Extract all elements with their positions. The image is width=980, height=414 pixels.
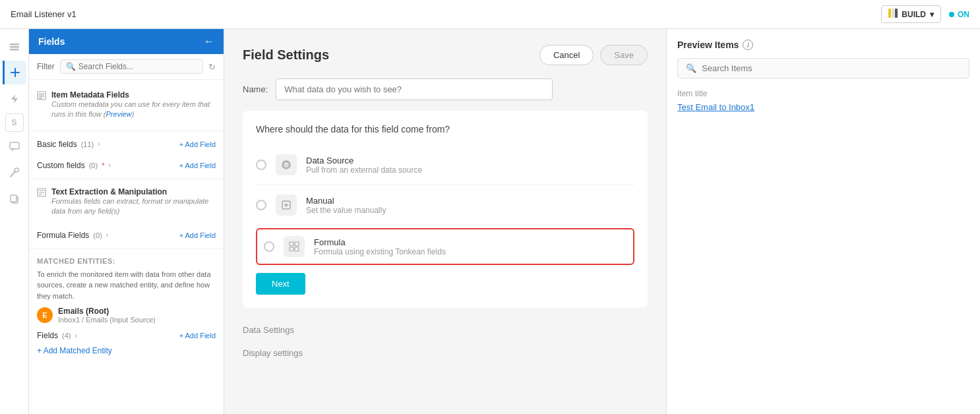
field-settings-header: Field Settings Cancel Save bbox=[243, 45, 648, 65]
sidebar-item-wrench[interactable] bbox=[3, 161, 26, 185]
name-input[interactable] bbox=[276, 78, 553, 100]
formula-radio[interactable] bbox=[264, 241, 274, 252]
basic-fields-label: Basic fields bbox=[37, 140, 77, 149]
svg-rect-17 bbox=[39, 98, 42, 99]
build-dropdown[interactable]: BUILD ▾ bbox=[881, 5, 941, 23]
svg-rect-16 bbox=[39, 96, 44, 97]
status-dot bbox=[949, 12, 954, 17]
fields-panel: Fields ← Filter 🔍 ↻ bbox=[29, 29, 224, 414]
svg-rect-3 bbox=[10, 44, 19, 45]
info-icon[interactable]: i bbox=[743, 40, 753, 50]
data-source-radio[interactable] bbox=[256, 160, 266, 170]
sidebar-item-s[interactable]: S bbox=[5, 113, 24, 132]
field-settings-title: Field Settings bbox=[243, 47, 329, 63]
formula-fields-group: Formula Fields (0) › + Add Field bbox=[29, 225, 224, 246]
add-matched-entity-btn[interactable]: + Add Matched Entity bbox=[37, 343, 216, 358]
build-stripe-icon bbox=[888, 9, 898, 20]
data-source-text: Data Source Pull from an external data s… bbox=[306, 156, 634, 175]
custom-fields-row[interactable]: Custom fields (0) * › + Add Field bbox=[37, 158, 216, 173]
manual-option[interactable]: Manual Set the value manually bbox=[256, 188, 634, 222]
field-settings-area: Field Settings Cancel Save Name: Where s… bbox=[224, 29, 666, 414]
formula-fields-row[interactable]: Formula Fields (0) › + Add Field bbox=[37, 227, 216, 243]
source-question: Where should the data for this field com… bbox=[256, 124, 634, 134]
sidebar-item-layers[interactable] bbox=[3, 34, 26, 58]
data-source-title: Data Source bbox=[306, 156, 634, 165]
fields-panel-header: Fields ← bbox=[29, 29, 224, 54]
svg-rect-5 bbox=[10, 49, 19, 51]
data-source-desc: Pull from an external data source bbox=[306, 165, 634, 175]
save-button[interactable]: Save bbox=[600, 45, 648, 65]
svg-rect-30 bbox=[295, 247, 299, 251]
search-fields-wrapper: 🔍 bbox=[60, 59, 203, 74]
fields-panel-header-left: Fields bbox=[38, 36, 65, 47]
manual-radio[interactable] bbox=[256, 200, 266, 210]
text-extraction-title: Text Extraction & Manipulation bbox=[51, 187, 216, 196]
search-items-input[interactable] bbox=[702, 63, 961, 73]
formula-fields-chevron-icon: › bbox=[106, 231, 108, 239]
preview-title-text: Preview Items bbox=[677, 40, 739, 50]
custom-fields-label: Custom fields bbox=[37, 161, 85, 170]
entity-name: Emails (Root) bbox=[58, 307, 216, 316]
svg-rect-29 bbox=[290, 247, 293, 251]
data-settings-label[interactable]: Data Settings bbox=[243, 325, 294, 335]
formula-option[interactable]: Formula Formula using existing Tonkean f… bbox=[256, 228, 634, 265]
entity-sub: Inbox1 / Emails (Input Source) bbox=[58, 316, 216, 324]
text-extraction-header: Text Extraction & Manipulation Formulas … bbox=[37, 187, 216, 217]
preview-panel: Preview Items i 🔍 Item title Test Email … bbox=[666, 29, 980, 414]
entity-fields-count: (4) bbox=[62, 332, 71, 340]
refresh-icon[interactable]: ↻ bbox=[208, 62, 216, 72]
svg-rect-0 bbox=[888, 9, 891, 18]
formula-fields-add-btn[interactable]: + Add Field bbox=[179, 231, 216, 239]
build-label: BUILD bbox=[902, 10, 926, 19]
item-metadata-section: Item Metadata Fields Custom metadata you… bbox=[29, 85, 224, 128]
entity-fields-left: Fields (4) › bbox=[37, 331, 77, 340]
search-items-wrapper: 🔍 bbox=[677, 58, 969, 78]
top-bar: Email Listener v1 BUILD ▾ ON bbox=[0, 0, 980, 29]
custom-fields-chevron-icon: › bbox=[108, 162, 110, 169]
data-source-icon bbox=[276, 154, 297, 175]
app-layout: S Fields ← Fil bbox=[0, 0, 980, 414]
sidebar-item-chat[interactable] bbox=[3, 134, 26, 158]
formula-title: Formula bbox=[314, 237, 627, 247]
filter-label: Filter bbox=[37, 62, 55, 71]
custom-fields-left: Custom fields (0) * › bbox=[37, 161, 111, 170]
entity-fields-row[interactable]: Fields (4) › + Add Field bbox=[37, 328, 216, 343]
main-content: Field Settings Cancel Save Name: Where s… bbox=[224, 29, 666, 414]
display-settings-label[interactable]: Display settings bbox=[243, 348, 303, 358]
basic-fields-row[interactable]: Basic fields (11) › + Add Field bbox=[37, 136, 216, 152]
svg-marker-8 bbox=[11, 94, 18, 104]
metadata-title: Item Metadata Fields bbox=[51, 90, 216, 100]
preview-item-link[interactable]: Test Email to Inbox1 bbox=[677, 102, 754, 112]
data-source-option[interactable]: Data Source Pull from an external data s… bbox=[256, 148, 634, 182]
basic-fields-left: Basic fields (11) › bbox=[37, 140, 100, 149]
matched-desc: To enrich the monitored item with data f… bbox=[37, 269, 216, 302]
item-title-label: Item title bbox=[677, 89, 969, 98]
matched-title: MATCHED ENTITIES: bbox=[37, 257, 216, 265]
basic-fields-add-btn[interactable]: + Add Field bbox=[179, 140, 216, 148]
metadata-info: Item Metadata Fields Custom metadata you… bbox=[51, 90, 216, 120]
manual-text: Manual Set the value manually bbox=[306, 196, 634, 215]
metadata-icon bbox=[37, 91, 46, 102]
sidebar-item-plus[interactable] bbox=[3, 61, 26, 84]
next-button[interactable]: Next bbox=[256, 273, 305, 295]
svg-rect-15 bbox=[39, 94, 44, 95]
svg-rect-28 bbox=[295, 242, 299, 246]
custom-fields-add-btn[interactable]: + Add Field bbox=[179, 162, 216, 169]
formula-fields-count: (0) bbox=[93, 231, 102, 239]
entity-fields-add-btn[interactable]: + Add Field bbox=[179, 332, 216, 340]
search-magnifier-icon: 🔍 bbox=[66, 62, 76, 71]
cancel-button[interactable]: Cancel bbox=[539, 45, 594, 65]
text-extraction-info: Text Extraction & Manipulation Formulas … bbox=[51, 187, 216, 217]
preview-link[interactable]: Preview bbox=[106, 110, 132, 118]
formula-desc: Formula using existing Tonkean fields bbox=[314, 247, 627, 256]
sidebar-item-copy[interactable] bbox=[3, 187, 26, 211]
search-fields-input[interactable] bbox=[78, 62, 197, 71]
sidebar-item-lightning[interactable] bbox=[3, 87, 26, 111]
manual-desc: Set the value manually bbox=[306, 206, 634, 215]
basic-fields-count: (11) bbox=[81, 140, 94, 148]
search-items-magnifier-icon: 🔍 bbox=[686, 63, 696, 73]
source-card: Where should the data for this field com… bbox=[243, 111, 648, 308]
back-icon[interactable]: ← bbox=[204, 36, 214, 47]
fields-toolbar: Filter 🔍 ↻ bbox=[29, 54, 224, 80]
entity-info: Emails (Root) Inbox1 / Emails (Input Sou… bbox=[58, 307, 216, 324]
